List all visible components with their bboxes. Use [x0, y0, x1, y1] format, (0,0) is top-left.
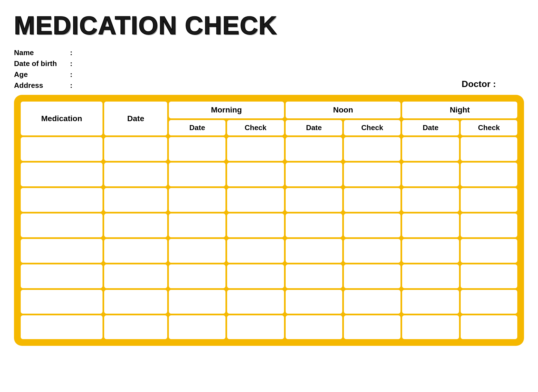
field-label-dob: Date of birth: [14, 59, 70, 68]
table-cell[interactable]: [286, 239, 342, 263]
table-cell[interactable]: [344, 163, 400, 186]
col-morning: Morning: [169, 102, 284, 118]
table-cell[interactable]: [169, 290, 225, 314]
table-cell[interactable]: [21, 163, 103, 186]
table-cell[interactable]: [21, 137, 103, 161]
table-cell[interactable]: [344, 213, 400, 237]
table-header-group: Medication Date Morning Noon Night: [21, 102, 517, 118]
table-cell[interactable]: [227, 188, 284, 212]
table-cell[interactable]: [344, 188, 400, 212]
table-cell[interactable]: [169, 315, 225, 339]
table-cell[interactable]: [286, 315, 342, 339]
field-age: Age :: [14, 70, 462, 79]
table-row: [21, 315, 517, 339]
table-cell[interactable]: [344, 264, 400, 288]
patient-info: Name : Date of birth : Age : Address :: [14, 48, 462, 92]
table-cell[interactable]: [21, 239, 103, 263]
page-title: MEDICATION CHECK: [14, 11, 524, 40]
field-colon-address: :: [70, 81, 73, 90]
table-cell[interactable]: [227, 213, 284, 237]
table-cell[interactable]: [286, 290, 342, 314]
doctor-section: Doctor :: [462, 79, 524, 92]
col-morning-date: Date: [169, 120, 225, 135]
table-cell[interactable]: [104, 213, 167, 237]
table-cell[interactable]: [344, 239, 400, 263]
col-night-check: Check: [461, 120, 517, 135]
field-colon-name: :: [70, 48, 73, 57]
table-cell[interactable]: [461, 137, 517, 161]
table-cell[interactable]: [461, 213, 517, 237]
table-row: [21, 213, 517, 237]
field-label-age: Age: [14, 70, 70, 79]
table-row: [21, 290, 517, 314]
col-date-main: Date: [104, 102, 167, 135]
table-cell[interactable]: [21, 213, 103, 237]
table-cell[interactable]: [104, 163, 167, 186]
table-cell[interactable]: [461, 163, 517, 186]
table-cell[interactable]: [169, 264, 225, 288]
medication-table-container: Medication Date Morning Noon Night Date …: [14, 95, 524, 346]
table-cell[interactable]: [169, 163, 225, 186]
col-morning-check: Check: [227, 120, 284, 135]
table-row: [21, 239, 517, 263]
table-cell[interactable]: [169, 188, 225, 212]
table-cell[interactable]: [227, 264, 284, 288]
doctor-label: Doctor :: [462, 79, 496, 89]
table-cell[interactable]: [344, 290, 400, 314]
table-cell[interactable]: [286, 137, 342, 161]
table-cell[interactable]: [21, 290, 103, 314]
field-name: Name :: [14, 48, 462, 57]
table-cell[interactable]: [461, 264, 517, 288]
field-colon-age: :: [70, 70, 73, 79]
table-cell[interactable]: [227, 137, 284, 161]
table-row: [21, 163, 517, 186]
table-cell[interactable]: [169, 213, 225, 237]
table-cell[interactable]: [461, 290, 517, 314]
table-cell[interactable]: [227, 163, 284, 186]
table-cell[interactable]: [461, 188, 517, 212]
table-cell[interactable]: [402, 163, 459, 186]
field-label-name: Name: [14, 48, 70, 57]
field-address: Address :: [14, 81, 462, 90]
table-cell[interactable]: [104, 137, 167, 161]
table-cell[interactable]: [227, 290, 284, 314]
table-cell[interactable]: [402, 239, 459, 263]
table-cell[interactable]: [461, 315, 517, 339]
table-cell[interactable]: [344, 137, 400, 161]
table-cell[interactable]: [104, 239, 167, 263]
table-cell[interactable]: [104, 315, 167, 339]
table-cell[interactable]: [227, 315, 284, 339]
table-row: [21, 264, 517, 288]
table-cell[interactable]: [104, 264, 167, 288]
table-cell[interactable]: [286, 188, 342, 212]
table-cell[interactable]: [21, 188, 103, 212]
table-cell[interactable]: [461, 239, 517, 263]
table-cell[interactable]: [402, 290, 459, 314]
table-cell[interactable]: [169, 137, 225, 161]
table-cell[interactable]: [344, 315, 400, 339]
table-cell[interactable]: [104, 290, 167, 314]
header-section: Name : Date of birth : Age : Address : D…: [14, 48, 524, 92]
table-body: [21, 137, 517, 339]
table-cell[interactable]: [402, 264, 459, 288]
table-cell[interactable]: [286, 163, 342, 186]
col-noon: Noon: [286, 102, 401, 118]
table-cell[interactable]: [169, 239, 225, 263]
medication-table: Medication Date Morning Noon Night Date …: [19, 100, 519, 341]
table-cell[interactable]: [286, 213, 342, 237]
col-medication: Medication: [21, 102, 103, 135]
table-cell[interactable]: [21, 315, 103, 339]
table-cell[interactable]: [402, 213, 459, 237]
table-cell[interactable]: [286, 264, 342, 288]
table-cell[interactable]: [227, 239, 284, 263]
table-cell[interactable]: [402, 315, 459, 339]
table-cell[interactable]: [402, 188, 459, 212]
col-night: Night: [402, 102, 517, 118]
table-cell[interactable]: [104, 188, 167, 212]
col-noon-date: Date: [286, 120, 342, 135]
table-cell[interactable]: [402, 137, 459, 161]
col-night-date: Date: [402, 120, 459, 135]
field-label-address: Address: [14, 81, 70, 90]
field-dob: Date of birth :: [14, 59, 462, 68]
table-cell[interactable]: [21, 264, 103, 288]
